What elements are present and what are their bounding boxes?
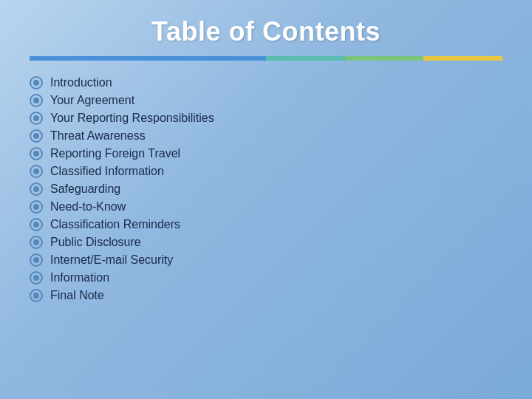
bullet-icon	[30, 112, 43, 125]
list-item: Internet/E-mail Security	[30, 251, 502, 269]
item-label: Final Note	[50, 289, 104, 302]
bullet-icon	[30, 253, 43, 267]
list-item: Public Disclosure	[30, 233, 502, 251]
bullet-icon	[30, 271, 43, 284]
list-item: Classified Information	[30, 163, 502, 180]
item-label: Classified Information	[50, 165, 164, 178]
item-label: Internet/E-mail Security	[50, 253, 173, 267]
list-item: Classification Reminders	[30, 216, 502, 233]
bullet-icon	[30, 183, 43, 196]
bullet-icon	[30, 129, 43, 143]
item-label: Safeguarding	[50, 183, 120, 196]
bullet-icon	[30, 200, 43, 214]
item-label: Reporting Foreign Travel	[50, 147, 180, 160]
bar-yellow	[423, 56, 502, 61]
item-label: Your Reporting Responsibilities	[50, 112, 214, 125]
list-item: Need-to-Know	[30, 198, 502, 216]
bar-green	[345, 56, 424, 61]
list-item: Safeguarding	[30, 180, 502, 198]
bullet-icon	[30, 218, 43, 231]
bullet-icon	[30, 76, 43, 89]
list-item: Information	[30, 269, 502, 287]
slide: Table of Contents IntroductionYour Agree…	[0, 0, 532, 399]
item-label: Need-to-Know	[50, 200, 126, 214]
bullet-icon	[30, 165, 43, 178]
slide-title: Table of Contents	[151, 16, 381, 47]
list-item: Introduction	[30, 74, 502, 92]
bullet-icon	[30, 94, 43, 107]
list-item: Your Agreement	[30, 92, 502, 109]
toc-list: IntroductionYour AgreementYour Reporting…	[30, 74, 502, 304]
item-label: Threat Awareness	[50, 129, 146, 143]
item-label: Information	[50, 271, 109, 284]
bar-teal	[266, 56, 345, 61]
item-label: Classification Reminders	[50, 218, 180, 231]
item-label: Public Disclosure	[50, 236, 141, 249]
bullet-icon	[30, 147, 43, 160]
title-container: Table of Contents	[30, 0, 502, 56]
list-item: Reporting Foreign Travel	[30, 145, 502, 163]
list-item: Threat Awareness	[30, 127, 502, 145]
list-item: Final Note	[30, 287, 502, 304]
bullet-icon	[30, 236, 43, 249]
color-bar	[30, 56, 502, 61]
item-label: Your Agreement	[50, 94, 134, 107]
bar-blue	[30, 56, 266, 61]
list-item: Your Reporting Responsibilities	[30, 109, 502, 127]
bullet-icon	[30, 289, 43, 302]
item-label: Introduction	[50, 76, 112, 89]
